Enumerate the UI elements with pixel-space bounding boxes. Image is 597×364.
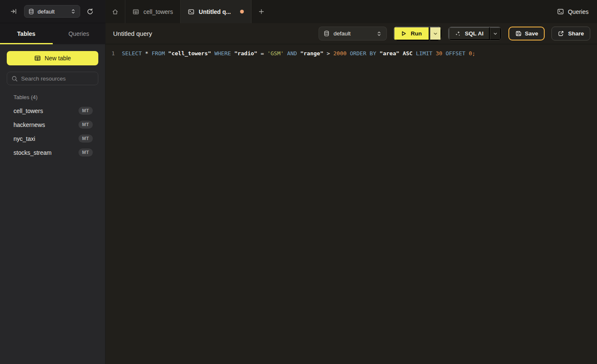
sql-ai-options-dropdown[interactable] bbox=[490, 27, 501, 40]
sql-token: 'GSM' bbox=[267, 50, 284, 57]
tab-home[interactable] bbox=[105, 0, 125, 23]
new-table-button[interactable]: New table bbox=[7, 51, 98, 65]
sql-code-line: SELECT * FROM "cell_towers" WHERE "radio… bbox=[122, 49, 475, 58]
sql-ai-button-label: SQL AI bbox=[465, 30, 484, 37]
app-window: default bbox=[0, 0, 597, 364]
sql-token: = bbox=[261, 50, 264, 57]
sidebar-tab-label: Queries bbox=[68, 30, 89, 37]
sql-token: FROM bbox=[151, 50, 165, 57]
query-controls: default bbox=[319, 27, 590, 40]
topbar: default bbox=[0, 0, 597, 23]
sidebar-tab-queries[interactable]: Queries bbox=[53, 23, 105, 44]
query-terminal-icon bbox=[188, 8, 194, 15]
chevron-down-icon bbox=[433, 31, 438, 36]
save-button[interactable]: Save bbox=[508, 27, 545, 40]
chevron-down-icon bbox=[493, 31, 498, 36]
run-options-dropdown[interactable] bbox=[430, 27, 441, 40]
tab-cell-towers[interactable]: cell_towers bbox=[125, 0, 181, 23]
tables-section-title: Tables (4) bbox=[14, 94, 98, 100]
main-panel: Untitled query default bbox=[105, 23, 597, 364]
sql-code-row: 1 SELECT * FROM "cell_towers" WHERE "rad… bbox=[105, 49, 597, 58]
tab-label: cell_towers bbox=[143, 8, 173, 15]
sql-token: AND bbox=[287, 50, 297, 57]
table-row-nyc-taxi[interactable]: nyc_taxi MT bbox=[0, 132, 105, 146]
queries-button-label: Queries bbox=[568, 8, 589, 15]
table-name: cell_towers bbox=[14, 108, 78, 114]
refresh-icon bbox=[86, 8, 94, 15]
sql-token: ASC bbox=[403, 50, 412, 57]
topbar-right: Queries bbox=[557, 0, 597, 23]
arrow-to-bar-icon bbox=[10, 8, 17, 15]
active-tab-indicator bbox=[0, 43, 53, 44]
sidebar-tab-tables[interactable]: Tables bbox=[0, 23, 53, 44]
table-row-cell-towers[interactable]: cell_towers MT bbox=[0, 104, 105, 118]
save-button-label: Save bbox=[525, 30, 538, 37]
tab-untitled-query[interactable]: Untitled q... bbox=[181, 0, 251, 23]
run-button-label: Run bbox=[411, 30, 421, 37]
table-engine-badge: MT bbox=[78, 135, 93, 143]
sql-token: BY bbox=[370, 50, 376, 57]
sql-token: "range" bbox=[300, 50, 324, 57]
tabstrip: cell_towers Untitled q... bbox=[105, 0, 271, 23]
sql-token: 0; bbox=[469, 50, 475, 57]
sidebar: Tables Queries New table bbox=[0, 23, 105, 364]
line-number: 1 bbox=[105, 49, 115, 58]
table-grid-icon bbox=[34, 55, 41, 62]
table-engine-badge: MT bbox=[78, 148, 93, 156]
table-row-stocks-stream[interactable]: stocks_stream MT bbox=[0, 146, 105, 159]
topbar-sidebar-header: default bbox=[0, 0, 105, 23]
run-button-group: Run bbox=[394, 27, 441, 40]
refresh-button[interactable] bbox=[86, 8, 94, 15]
collapse-sidebar-button[interactable] bbox=[10, 8, 17, 15]
search-box bbox=[7, 72, 98, 85]
updown-chevrons-icon bbox=[376, 31, 382, 37]
database-selector-value: default bbox=[38, 8, 67, 15]
table-name: stocks_stream bbox=[14, 149, 78, 156]
sql-ai-button[interactable]: SQL AI bbox=[448, 27, 490, 40]
table-name: hackernews bbox=[14, 121, 78, 128]
sparkles-icon bbox=[455, 30, 461, 37]
sql-editor[interactable]: 1 SELECT * FROM "cell_towers" WHERE "rad… bbox=[105, 44, 597, 364]
updown-chevrons-icon bbox=[70, 8, 76, 14]
shell: Tables Queries New table bbox=[0, 23, 597, 364]
sql-token: > bbox=[327, 50, 330, 57]
tables-list: cell_towers MT hackernews MT nyc_taxi MT… bbox=[0, 104, 105, 159]
sql-token: * bbox=[145, 50, 149, 57]
sql-token: "area" bbox=[380, 50, 400, 57]
sql-token: ORDER bbox=[350, 50, 366, 57]
sql-ai-button-group: SQL AI bbox=[448, 27, 502, 40]
sql-token: WHERE bbox=[214, 50, 231, 57]
queries-button[interactable]: Queries bbox=[557, 8, 589, 15]
sql-token: OFFSET bbox=[446, 50, 465, 57]
database-icon bbox=[28, 8, 34, 15]
sql-token: 30 bbox=[436, 50, 443, 57]
sql-token: "radio" bbox=[234, 50, 257, 57]
search-icon bbox=[11, 75, 18, 82]
home-icon bbox=[112, 8, 119, 15]
share-icon bbox=[558, 30, 564, 37]
database-icon bbox=[324, 30, 330, 37]
new-tab-button[interactable] bbox=[251, 0, 271, 23]
sql-token: LIMIT bbox=[416, 50, 432, 57]
share-button[interactable]: Share bbox=[551, 27, 590, 40]
search-resources-input[interactable] bbox=[21, 75, 94, 82]
unsaved-changes-dot bbox=[240, 10, 244, 13]
sidebar-tabs: Tables Queries bbox=[0, 23, 105, 44]
page-title: Untitled query bbox=[113, 30, 152, 37]
sql-token: 2000 bbox=[333, 50, 346, 57]
sidebar-tab-label: Tables bbox=[17, 30, 35, 37]
sql-token: "cell_towers" bbox=[168, 50, 211, 57]
run-button[interactable]: Run bbox=[394, 27, 429, 40]
topbar-database-selector[interactable]: default bbox=[24, 5, 80, 18]
table-icon bbox=[132, 8, 139, 15]
plus-icon bbox=[258, 8, 265, 15]
tab-label: Untitled q... bbox=[199, 8, 231, 15]
query-header: Untitled query default bbox=[105, 23, 597, 44]
share-button-label: Share bbox=[568, 30, 584, 37]
table-row-hackernews[interactable]: hackernews MT bbox=[0, 118, 105, 132]
query-database-selector[interactable]: default bbox=[319, 27, 387, 40]
database-selector-value: default bbox=[333, 30, 373, 37]
new-table-button-label: New table bbox=[45, 55, 71, 62]
table-engine-badge: MT bbox=[78, 107, 93, 115]
table-engine-badge: MT bbox=[78, 121, 93, 129]
